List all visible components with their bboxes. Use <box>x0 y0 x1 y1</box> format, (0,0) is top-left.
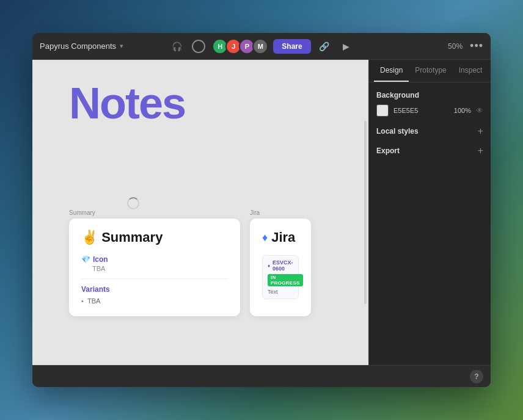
title-bar-center: 🎧 H J P M Share <box>168 38 354 55</box>
summary-card-title: ✌️ Summary <box>81 230 228 245</box>
plus-icon-export: + <box>478 145 483 156</box>
diamond-icon: 💎 <box>81 255 90 264</box>
loading-spinner <box>127 197 139 209</box>
plus-icon: + <box>478 126 483 136</box>
card-icon-row: 💎 Icon TBA <box>81 255 228 272</box>
chevron-down-icon: ▾ <box>120 42 123 50</box>
link-icon: 🔗 <box>319 42 329 51</box>
more-icon: ••• <box>470 40 483 52</box>
summary-card-wrapper: Summary ✌️ Summary 💎 Icon TBA <box>69 209 240 316</box>
background-color-row: E5E5E5 100% 👁 <box>376 104 483 117</box>
background-section-header: Background <box>376 91 483 100</box>
avatar-group: H J P M <box>212 38 268 54</box>
local-styles-header: Local styles + <box>376 126 483 136</box>
tab-design[interactable]: Design <box>374 60 409 82</box>
tab-prototype[interactable]: Prototype <box>409 60 452 82</box>
zoom-control[interactable]: 50% <box>444 41 466 52</box>
help-button[interactable]: ? <box>470 370 483 383</box>
jira-status-badge: IN PROGRESS <box>268 274 303 286</box>
title-bar: Papyrus Components ▾ 🎧 H J P <box>32 33 491 60</box>
panel-tabs: Design Prototype Inspect <box>369 60 491 82</box>
jira-ticket-text: Text <box>268 289 293 295</box>
more-options-button[interactable]: ••• <box>470 40 483 52</box>
jira-diamond-icon: ♦ <box>262 231 268 244</box>
background-color-swatch[interactable] <box>376 104 389 117</box>
summary-card[interactable]: ✌️ Summary 💎 Icon TBA Variants <box>69 219 240 316</box>
jira-mini-diamond: ♦ <box>268 263 270 269</box>
jira-ticket-id: ♦ ESVCX-0600 <box>268 259 293 272</box>
summary-emoji: ✌️ <box>81 230 101 245</box>
visibility-toggle-button[interactable]: 👁 <box>476 106 483 115</box>
background-color-value: E5E5E5 <box>393 107 449 114</box>
play-icon: ▶ <box>343 42 349 51</box>
jira-card-label: Jira <box>250 209 311 216</box>
panel-content: Background E5E5E5 100% 👁 Local styles <box>369 82 491 365</box>
app-window: Papyrus Components ▾ 🎧 H J P <box>32 33 491 387</box>
card-variants-label: Variants <box>81 285 228 294</box>
card-icon-value: TBA <box>92 265 228 272</box>
background-opacity-value: 100% <box>454 107 471 114</box>
project-name[interactable]: Papyrus Components <box>40 42 116 51</box>
avatar-m[interactable]: M <box>252 38 268 54</box>
export-add-button[interactable]: + <box>478 146 483 156</box>
canvas-title: Notes <box>69 78 185 128</box>
local-styles-add-button[interactable]: + <box>478 126 483 136</box>
link-icon-button[interactable]: 🔗 <box>316 38 333 55</box>
title-bar-left: Papyrus Components ▾ <box>40 42 168 51</box>
eye-icon: 👁 <box>476 106 483 115</box>
title-bar-right: 50% ••• <box>355 40 483 52</box>
local-styles-title: Local styles <box>376 127 419 136</box>
background-section-title: Background <box>376 91 419 100</box>
export-section-title: Export <box>376 147 400 155</box>
card-icon-label: 💎 Icon <box>81 255 228 264</box>
summary-card-label: Summary <box>69 209 240 216</box>
right-panel: Design Prototype Inspect Background E5E5… <box>368 60 491 365</box>
background-section: Background E5E5E5 100% 👁 <box>376 91 483 117</box>
bottom-bar: ? <box>32 365 491 387</box>
headphone-icon-button[interactable]: 🎧 <box>168 38 185 55</box>
cards-row: Summary ✌️ Summary 💎 Icon TBA <box>69 209 311 316</box>
tab-inspect[interactable]: Inspect <box>453 60 489 82</box>
card-divider <box>81 278 228 279</box>
headphone-icon: 🎧 <box>172 42 182 51</box>
share-button[interactable]: Share <box>273 39 310 54</box>
jira-card-title: ♦ Jira <box>262 230 299 245</box>
jira-card-wrapper: Jira ♦ Jira ♦ ESVCX-0600 IN PROGRESS <box>250 209 311 316</box>
export-section: Export + <box>376 146 483 156</box>
export-section-header: Export + <box>376 146 483 156</box>
canvas-area[interactable]: Notes Summary ✌️ Summary 💎 <box>32 60 368 365</box>
profile-ring-icon <box>192 40 205 53</box>
jira-ticket: ♦ ESVCX-0600 IN PROGRESS Text <box>262 255 299 299</box>
card-variant-item: TBA <box>81 297 228 305</box>
local-styles-section: Local styles + <box>376 126 483 136</box>
play-button[interactable]: ▶ <box>338 38 355 55</box>
jira-card[interactable]: ♦ Jira ♦ ESVCX-0600 IN PROGRESS Text <box>250 219 311 316</box>
canvas-scrollbar[interactable] <box>364 121 367 304</box>
profile-ring-button[interactable] <box>190 38 207 55</box>
main-content: Notes Summary ✌️ Summary 💎 <box>32 60 491 365</box>
